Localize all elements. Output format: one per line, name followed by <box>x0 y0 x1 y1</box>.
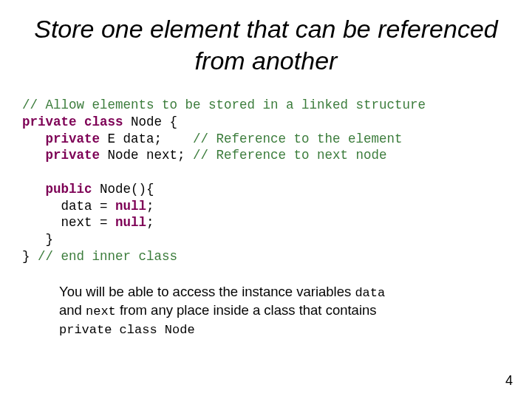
keyword-private: private <box>46 132 100 146</box>
code-block: // Allow elements to be stored in a link… <box>22 97 514 265</box>
note-text: and <box>59 302 86 318</box>
keyword-private: private <box>22 115 77 129</box>
keyword-public: public <box>46 182 92 197</box>
note-mono: private class Node <box>59 323 195 337</box>
explanation-note: You will be able to access the instance … <box>59 283 392 338</box>
code-text: ; <box>146 199 154 214</box>
keyword-null: null <box>115 215 146 230</box>
code-text: next = <box>22 215 115 230</box>
comment-line: // Reference to the element <box>193 132 403 146</box>
keyword-private: private <box>46 148 100 163</box>
comment-line: // Reference to next node <box>193 148 387 163</box>
code-text: } <box>22 232 53 247</box>
code-text: E data; <box>100 132 193 146</box>
note-mono: data <box>355 286 385 300</box>
comment-line: // Allow elements to be stored in a link… <box>22 98 426 112</box>
page-number: 4 <box>505 373 513 389</box>
keyword-null: null <box>115 199 146 214</box>
code-text: ; <box>146 215 154 230</box>
comment-line: // end inner class <box>38 249 177 264</box>
code-text: Node(){ <box>92 182 154 197</box>
slide-title: Store one element that can be referenced… <box>18 13 514 76</box>
code-text: data = <box>22 199 115 214</box>
code-text: Node { <box>123 115 178 129</box>
code-text: Node next; <box>100 148 193 163</box>
note-text: You will be able to access the instance … <box>59 284 355 299</box>
keyword-class: class <box>84 115 123 129</box>
note-mono: next <box>86 304 116 318</box>
code-text: } <box>22 249 38 264</box>
note-text: from any place inside a class that conta… <box>116 302 377 318</box>
